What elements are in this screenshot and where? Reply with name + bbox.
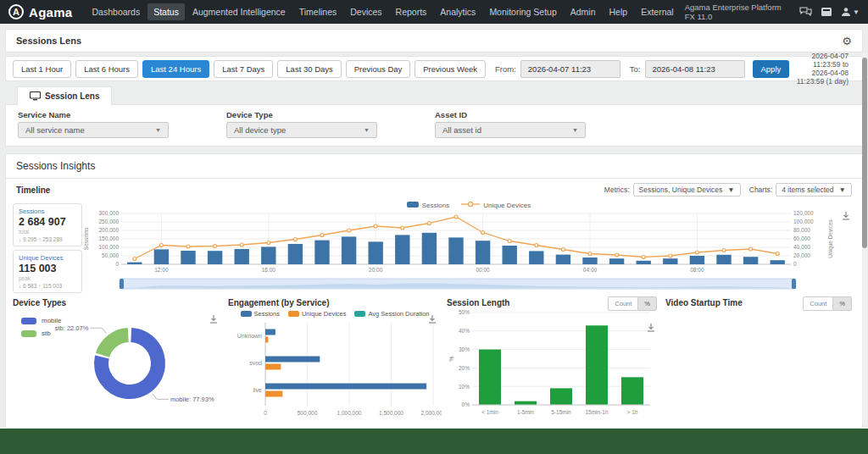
chevron-down-icon: ▼ [155,127,161,133]
scrollbar[interactable] [862,53,867,425]
svg-text:< 1min: < 1min [481,409,498,415]
stat-label: Sessions [19,208,76,215]
count-toggle[interactable]: Count [803,296,833,311]
download-icon[interactable] [428,312,437,327]
metrics-select[interactable]: Sessions, Unique Devices ▼ [633,183,741,197]
apply-button[interactable]: Apply [753,60,790,78]
svg-text:0: 0 [115,261,119,267]
session-length-chart: Session Length Count % 0%10%20%30%40%50%… [447,298,660,423]
range-summary: 2026-04-07 11:23:59 to 2026-04-08 11:23:… [793,52,855,86]
legend-unique-devices[interactable]: Unique Devices [461,201,531,209]
svg-text:00:00: 00:00 [476,267,490,273]
charts-select[interactable]: 4 items selected ▼ [776,183,852,197]
session-length-toggle: Count % [608,296,657,311]
nav-item-timelines[interactable]: Timelines [293,3,343,20]
preset-last-7-days[interactable]: Last 7 Days [214,60,273,78]
svg-text:80,000: 80,000 [793,227,810,233]
preset-last-30-days[interactable]: Last 30 Days [277,60,341,78]
percent-toggle[interactable]: % [833,296,852,311]
count-toggle[interactable]: Count [608,296,638,311]
svg-text:2,000,000: 2,000,000 [421,410,442,416]
preset-last-24-hours[interactable]: Last 24 Hours [142,60,209,78]
filter-select-service-name[interactable]: All service name▼ [18,122,169,138]
svg-text:250,000: 250,000 [99,219,120,224]
preset-last-6-hours[interactable]: Last 6 Hours [75,60,138,78]
from-input[interactable]: 2026-04-07 11:23 [520,60,620,78]
timeline-brush[interactable] [82,278,837,290]
filter-value: All device type [234,125,286,135]
nav-item-external[interactable]: External [635,3,680,20]
engagement-legend-sessions[interactable]: Sessions [241,310,280,318]
monitor-icon[interactable] [821,7,832,17]
stat-value: 115 003 [19,263,76,274]
donut-legend-stb[interactable]: stb [21,329,62,337]
nav-item-status[interactable]: Status [147,3,185,20]
filter-select-asset-id[interactable]: All asset id▼ [435,122,586,138]
engagement-legend-unique-devices[interactable]: Unique Devices [288,310,347,318]
donut-legend-mobile[interactable]: mobile [21,317,62,324]
engagement-legend: SessionsUnique DevicesAvg Session Durati… [228,307,442,319]
stat-card-unique-devices: Unique Devices115 003peak↓ 6 583 ↑ 115 0… [13,250,82,293]
svg-text:Unknown: Unknown [237,333,262,339]
charts-value: 4 items selected [782,185,833,194]
stat-range: ↓ 9 295 ↑ 253 289 [19,236,76,242]
nav-item-admin[interactable]: Admin [565,3,602,20]
preset-previous-day[interactable]: Previous Day [346,60,411,78]
chevron-down-icon: ▼ [572,127,578,133]
timeline-svg: 050,000100,000150,000200,000250,000300,0… [82,210,837,274]
scrollbar-thumb[interactable] [862,58,867,248]
nav-item-dashboards[interactable]: Dashboards [86,3,147,20]
svg-text:1-5min: 1-5min [517,409,534,415]
nav-item-monitoring-setup[interactable]: Monitoring Setup [483,3,562,20]
user-menu[interactable]: ▼ [841,7,860,17]
filter-value: All service name [25,125,85,135]
engagement-svg: 0500,0001,000,0001,500,0002,000,000Unkno… [228,319,442,419]
footer-bar [0,429,868,454]
svg-text:120,000: 120,000 [793,210,814,216]
chat-icon[interactable] [799,7,812,17]
engagement-title: Engagement (by Service) [228,298,442,307]
svg-text:0: 0 [793,261,797,267]
percent-toggle[interactable]: % [638,296,657,311]
preset-last-1-hour[interactable]: Last 1 Hour [13,60,71,78]
filter-select-device-type[interactable]: All device type▼ [226,122,377,138]
tab-zone: Session Lens Service NameAll service nam… [5,86,863,147]
nav-item-reports[interactable]: Reports [390,3,433,20]
gear-icon[interactable]: ⚙ [842,35,852,47]
svg-text:svod: svod [249,360,262,366]
tab-label: Session Lens [45,91,99,101]
legend-sessions[interactable]: Sessions [407,202,449,209]
svg-text:Unique Devices: Unique Devices [827,219,834,257]
brand-name: Agama [29,5,73,19]
engagement-legend-avg-session-duration[interactable]: Avg Session Duration [354,310,429,318]
download-icon[interactable] [842,208,850,224]
chevron-down-icon: ▼ [853,8,860,16]
svg-text:16:00: 16:00 [262,267,276,273]
donut-legend: mobilestb [21,317,62,337]
nav-item-help[interactable]: Help [604,3,634,20]
stats-column: Sessions2 684 907total↓ 9 295 ↑ 253 289U… [13,200,82,293]
nav-item-analytics[interactable]: Analytics [434,3,481,20]
stat-value: 2 684 907 [19,216,76,228]
svg-text:> 1h: > 1h [627,409,638,415]
brand[interactable]: A Agama [8,4,73,19]
download-icon[interactable] [647,320,655,335]
screen-icon [30,91,41,101]
svg-text:500,000: 500,000 [298,410,318,416]
nav-item-augmented-intelligence[interactable]: Augmented Intelligence [186,3,292,20]
svg-text:1,500,000: 1,500,000 [379,410,403,416]
download-icon[interactable] [209,312,218,327]
svg-text:30%: 30% [459,346,470,352]
stat-label: Unique Devices [19,254,76,262]
svg-text:5-15min: 5-15min [551,409,571,415]
nav-item-devices[interactable]: Devices [344,3,387,20]
svg-text:15min-1h: 15min-1h [585,409,608,415]
preset-previous-week[interactable]: Previous Week [415,60,486,78]
svg-text:60,000: 60,000 [793,235,810,241]
svg-text:20:00: 20:00 [369,267,383,273]
to-input[interactable]: 2026-04-08 11:23 [645,60,745,78]
svg-text:08:00: 08:00 [690,267,704,273]
svg-text:live: live [253,387,262,393]
svg-text:100,000: 100,000 [793,219,814,224]
tab-session-lens[interactable]: Session Lens [17,86,112,105]
